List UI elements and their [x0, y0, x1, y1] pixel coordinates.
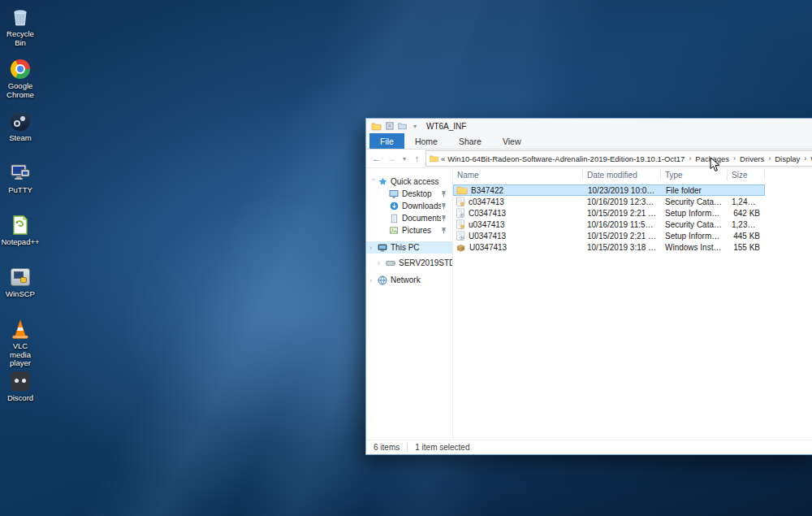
chevron-down-icon[interactable]: ›	[369, 178, 378, 185]
desktop-icon-label: Recycle Bin	[2, 30, 39, 47]
downloads-icon	[388, 202, 400, 210]
sidebar-item-pictures[interactable]: Pictures	[366, 224, 452, 236]
setup-information-icon	[456, 231, 465, 241]
desktop-monitor-icon	[388, 189, 400, 199]
column-header-size[interactable]: Size	[728, 170, 765, 180]
breadcrumb-truncation[interactable]: «	[441, 154, 445, 163]
desktop-icon-putty[interactable]: PuTTY	[2, 161, 39, 213]
sidebar-item-documents[interactable]: Documents	[366, 212, 452, 224]
column-header-type[interactable]: Type	[661, 170, 728, 180]
desktop: Recycle Bin Google Chrome Steam PuTTY	[0, 0, 812, 516]
recycle-bin-icon	[8, 5, 32, 29]
file-row-b347422[interactable]: B347422 10/23/2019 10:03 ... File folder	[453, 184, 765, 196]
column-header-row: Name Date modified Type Size	[453, 168, 812, 182]
desktop-icon-recycle-bin[interactable]: Recycle Bin	[2, 5, 39, 57]
status-divider	[407, 443, 408, 452]
back-button[interactable]: ←	[369, 154, 383, 163]
tab-view[interactable]: View	[492, 133, 532, 149]
file-size: 155 KB	[728, 243, 765, 252]
sidebar-item-this-pc[interactable]: › This PC	[366, 241, 452, 254]
file-row-u0347413-msi[interactable]: U0347413 10/15/2019 3:18 PM Windows Inst…	[453, 241, 765, 253]
file-row-c0347413-inf[interactable]: C0347413 10/15/2019 2:21 PM Setup Inform…	[453, 207, 765, 219]
file-name: U0347413	[469, 243, 507, 252]
address-bar[interactable]: « Win10-64Bit-Radeon-Software-Adrenalin-…	[425, 150, 812, 167]
file-type: File folder	[662, 186, 728, 195]
chevron-right-icon[interactable]: ›	[369, 276, 377, 284]
file-size: 1,240 KB	[728, 197, 765, 206]
desktop-icon-label: PuTTY	[8, 186, 32, 195]
forward-button[interactable]: →	[385, 154, 399, 163]
up-button[interactable]: ↑	[410, 154, 424, 163]
network-icon	[377, 275, 388, 285]
address-row: ← → ▾ ↑ « Win10-64Bit-Radeon-Software-Ad…	[366, 150, 812, 168]
file-date: 10/15/2019 2:21 PM	[583, 209, 661, 218]
qat-customize-dropdown-icon[interactable]: ▾	[411, 123, 419, 130]
breadcrumb-segment[interactable]: Drivers	[740, 154, 764, 163]
tab-home[interactable]: Home	[404, 133, 448, 149]
breadcrumb-separator-icon: ›	[687, 154, 693, 163]
quick-access-star-icon	[377, 177, 388, 186]
pictures-icon	[388, 226, 400, 235]
file-name: c0347413	[469, 197, 504, 206]
desktop-icon-discord[interactable]: Discord	[2, 369, 39, 421]
file-name: C0347413	[469, 209, 506, 218]
tab-share[interactable]: Share	[448, 133, 492, 149]
file-list-pane: Name Date modified Type Size B347422 10/	[453, 168, 812, 440]
explorer-content: › Quick access Desktop	[366, 168, 812, 440]
title-bar[interactable]: ▾ WT6A_INF	[366, 119, 812, 133]
security-catalog-icon	[456, 197, 465, 207]
desktop-icon-notepad-plus-plus[interactable]: Notepad++	[2, 213, 39, 265]
explorer-window: ▾ WT6A_INF File Home Share View ← → ▾ ↑ …	[365, 118, 812, 455]
breadcrumb-segment[interactable]: Win10-64Bit-Radeon-Software-Adrenalin-20…	[447, 154, 685, 163]
breadcrumb-separator-icon: ›	[767, 154, 772, 163]
file-size: 445 KB	[728, 232, 765, 241]
folder-icon	[456, 185, 468, 195]
qat-new-folder-icon[interactable]	[398, 122, 407, 130]
sidebar-item-quick-access[interactable]: › Quick access	[366, 176, 452, 188]
file-date: 10/15/2019 2:21 PM	[583, 232, 661, 241]
desktop-icon-google-chrome[interactable]: Google Chrome	[2, 57, 39, 109]
breadcrumb-segment[interactable]: Display	[775, 154, 800, 163]
qat-properties-icon[interactable]	[386, 122, 394, 130]
sidebar-item-desktop[interactable]: Desktop	[366, 188, 452, 200]
file-name: U0347413	[469, 232, 506, 241]
breadcrumb-separator-icon: ›	[732, 154, 737, 163]
desktop-icon-label: WinSCP	[6, 290, 35, 299]
desktop-icon-label: VLC media player	[2, 342, 39, 368]
sidebar-item-network[interactable]: › Network	[366, 274, 452, 286]
sidebar-item-label: Quick access	[391, 177, 438, 186]
file-name: B347422	[471, 186, 503, 195]
desktop-icon-winscp[interactable]: WinSCP	[2, 265, 39, 317]
breadcrumb-segment[interactable]: Packages	[695, 154, 729, 163]
file-row-u0347413-inf[interactable]: U0347413 10/15/2019 2:21 PM Setup Inform…	[453, 230, 765, 241]
file-type: Windows Installer ...	[661, 243, 728, 252]
tab-file[interactable]: File	[369, 133, 404, 149]
file-row-c0347413-cat[interactable]: c0347413 10/16/2019 12:32 ... Security C…	[453, 196, 765, 207]
file-row-u0347413-cat[interactable]: u0347413 10/16/2019 11:52 ... Security C…	[453, 219, 765, 230]
sidebar-item-downloads[interactable]: Downloads	[366, 200, 452, 212]
winscp-icon	[8, 265, 32, 289]
drive-icon	[385, 258, 396, 268]
column-header-date-modified[interactable]: Date modified	[583, 170, 661, 180]
file-type: Security Catalog	[661, 220, 728, 229]
column-header-name[interactable]: Name	[453, 170, 583, 180]
selected-count: 1 item selected	[415, 443, 469, 452]
file-date: 10/23/2019 10:03 ...	[584, 186, 662, 195]
discord-icon	[8, 369, 32, 393]
chevron-right-icon[interactable]: ›	[369, 244, 377, 252]
sidebar-item-label: Pictures	[402, 226, 431, 235]
file-date: 10/16/2019 12:32 ...	[583, 197, 661, 206]
items-count: 6 items	[374, 443, 400, 452]
desktop-icon-steam[interactable]: Steam	[2, 109, 39, 161]
documents-icon	[388, 214, 400, 223]
chevron-right-icon[interactable]: ›	[378, 259, 385, 267]
status-bar: 6 items 1 item selected	[366, 440, 812, 454]
sidebar-item-drive-d[interactable]: › SERV2019STD (D:)	[366, 257, 452, 269]
address-folder-icon	[430, 154, 438, 163]
recent-locations-dropdown-icon[interactable]: ▾	[400, 155, 408, 163]
desktop-icon-vlc[interactable]: VLC media player	[2, 317, 39, 369]
sidebar-item-label: Desktop	[402, 189, 432, 198]
file-size: 1,237 KB	[728, 220, 765, 229]
desktop-icon-label: Notepad++	[2, 238, 40, 247]
setup-information-icon	[456, 208, 465, 219]
